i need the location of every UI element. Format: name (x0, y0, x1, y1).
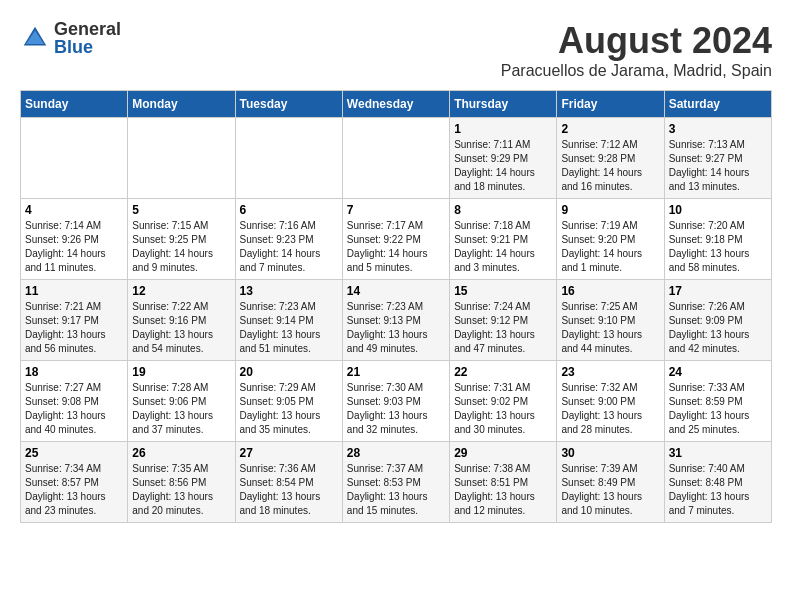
weekday-header-thursday: Thursday (450, 91, 557, 118)
day-number: 18 (25, 365, 123, 379)
day-info: Sunrise: 7:23 AM Sunset: 9:14 PM Dayligh… (240, 300, 338, 356)
calendar-cell: 27Sunrise: 7:36 AM Sunset: 8:54 PM Dayli… (235, 442, 342, 523)
day-number: 11 (25, 284, 123, 298)
calendar-cell: 3Sunrise: 7:13 AM Sunset: 9:27 PM Daylig… (664, 118, 771, 199)
day-number: 9 (561, 203, 659, 217)
day-number: 5 (132, 203, 230, 217)
calendar-cell: 2Sunrise: 7:12 AM Sunset: 9:28 PM Daylig… (557, 118, 664, 199)
title-block: August 2024 Paracuellos de Jarama, Madri… (501, 20, 772, 80)
day-info: Sunrise: 7:37 AM Sunset: 8:53 PM Dayligh… (347, 462, 445, 518)
calendar-cell: 1Sunrise: 7:11 AM Sunset: 9:29 PM Daylig… (450, 118, 557, 199)
calendar-cell (342, 118, 449, 199)
day-number: 28 (347, 446, 445, 460)
day-info: Sunrise: 7:26 AM Sunset: 9:09 PM Dayligh… (669, 300, 767, 356)
day-info: Sunrise: 7:18 AM Sunset: 9:21 PM Dayligh… (454, 219, 552, 275)
page-header: General Blue August 2024 Paracuellos de … (20, 20, 772, 80)
day-number: 22 (454, 365, 552, 379)
day-number: 24 (669, 365, 767, 379)
calendar-cell: 6Sunrise: 7:16 AM Sunset: 9:23 PM Daylig… (235, 199, 342, 280)
calendar-cell: 22Sunrise: 7:31 AM Sunset: 9:02 PM Dayli… (450, 361, 557, 442)
calendar-cell: 11Sunrise: 7:21 AM Sunset: 9:17 PM Dayli… (21, 280, 128, 361)
calendar-cell: 20Sunrise: 7:29 AM Sunset: 9:05 PM Dayli… (235, 361, 342, 442)
calendar-cell: 17Sunrise: 7:26 AM Sunset: 9:09 PM Dayli… (664, 280, 771, 361)
day-info: Sunrise: 7:17 AM Sunset: 9:22 PM Dayligh… (347, 219, 445, 275)
day-info: Sunrise: 7:13 AM Sunset: 9:27 PM Dayligh… (669, 138, 767, 194)
calendar-cell: 29Sunrise: 7:38 AM Sunset: 8:51 PM Dayli… (450, 442, 557, 523)
day-info: Sunrise: 7:29 AM Sunset: 9:05 PM Dayligh… (240, 381, 338, 437)
logo-text: General Blue (54, 20, 121, 56)
day-number: 19 (132, 365, 230, 379)
weekday-header-row: SundayMondayTuesdayWednesdayThursdayFrid… (21, 91, 772, 118)
day-number: 14 (347, 284, 445, 298)
day-number: 21 (347, 365, 445, 379)
day-info: Sunrise: 7:25 AM Sunset: 9:10 PM Dayligh… (561, 300, 659, 356)
day-info: Sunrise: 7:30 AM Sunset: 9:03 PM Dayligh… (347, 381, 445, 437)
day-info: Sunrise: 7:21 AM Sunset: 9:17 PM Dayligh… (25, 300, 123, 356)
day-info: Sunrise: 7:19 AM Sunset: 9:20 PM Dayligh… (561, 219, 659, 275)
day-info: Sunrise: 7:39 AM Sunset: 8:49 PM Dayligh… (561, 462, 659, 518)
calendar-cell: 4Sunrise: 7:14 AM Sunset: 9:26 PM Daylig… (21, 199, 128, 280)
calendar-title: August 2024 (501, 20, 772, 62)
weekday-header-monday: Monday (128, 91, 235, 118)
day-number: 4 (25, 203, 123, 217)
day-number: 25 (25, 446, 123, 460)
day-info: Sunrise: 7:22 AM Sunset: 9:16 PM Dayligh… (132, 300, 230, 356)
day-number: 17 (669, 284, 767, 298)
logo-icon (20, 23, 50, 53)
calendar-subtitle: Paracuellos de Jarama, Madrid, Spain (501, 62, 772, 80)
day-number: 30 (561, 446, 659, 460)
day-info: Sunrise: 7:38 AM Sunset: 8:51 PM Dayligh… (454, 462, 552, 518)
weekday-header-friday: Friday (557, 91, 664, 118)
calendar-cell: 16Sunrise: 7:25 AM Sunset: 9:10 PM Dayli… (557, 280, 664, 361)
calendar-cell: 31Sunrise: 7:40 AM Sunset: 8:48 PM Dayli… (664, 442, 771, 523)
calendar-week-4: 18Sunrise: 7:27 AM Sunset: 9:08 PM Dayli… (21, 361, 772, 442)
calendar-cell: 30Sunrise: 7:39 AM Sunset: 8:49 PM Dayli… (557, 442, 664, 523)
calendar-cell: 25Sunrise: 7:34 AM Sunset: 8:57 PM Dayli… (21, 442, 128, 523)
day-info: Sunrise: 7:16 AM Sunset: 9:23 PM Dayligh… (240, 219, 338, 275)
day-number: 15 (454, 284, 552, 298)
day-number: 7 (347, 203, 445, 217)
calendar-week-3: 11Sunrise: 7:21 AM Sunset: 9:17 PM Dayli… (21, 280, 772, 361)
calendar-cell: 15Sunrise: 7:24 AM Sunset: 9:12 PM Dayli… (450, 280, 557, 361)
calendar-cell: 19Sunrise: 7:28 AM Sunset: 9:06 PM Dayli… (128, 361, 235, 442)
day-info: Sunrise: 7:27 AM Sunset: 9:08 PM Dayligh… (25, 381, 123, 437)
day-info: Sunrise: 7:14 AM Sunset: 9:26 PM Dayligh… (25, 219, 123, 275)
calendar-cell: 8Sunrise: 7:18 AM Sunset: 9:21 PM Daylig… (450, 199, 557, 280)
day-info: Sunrise: 7:12 AM Sunset: 9:28 PM Dayligh… (561, 138, 659, 194)
day-number: 29 (454, 446, 552, 460)
calendar-cell: 7Sunrise: 7:17 AM Sunset: 9:22 PM Daylig… (342, 199, 449, 280)
day-number: 3 (669, 122, 767, 136)
day-number: 20 (240, 365, 338, 379)
calendar-cell: 21Sunrise: 7:30 AM Sunset: 9:03 PM Dayli… (342, 361, 449, 442)
day-number: 23 (561, 365, 659, 379)
calendar-cell: 9Sunrise: 7:19 AM Sunset: 9:20 PM Daylig… (557, 199, 664, 280)
day-number: 16 (561, 284, 659, 298)
calendar-cell: 24Sunrise: 7:33 AM Sunset: 8:59 PM Dayli… (664, 361, 771, 442)
day-info: Sunrise: 7:36 AM Sunset: 8:54 PM Dayligh… (240, 462, 338, 518)
calendar-cell (21, 118, 128, 199)
day-number: 13 (240, 284, 338, 298)
day-info: Sunrise: 7:35 AM Sunset: 8:56 PM Dayligh… (132, 462, 230, 518)
logo-blue-text: Blue (54, 38, 121, 56)
day-info: Sunrise: 7:20 AM Sunset: 9:18 PM Dayligh… (669, 219, 767, 275)
day-info: Sunrise: 7:28 AM Sunset: 9:06 PM Dayligh… (132, 381, 230, 437)
day-number: 10 (669, 203, 767, 217)
logo-general-text: General (54, 20, 121, 38)
calendar-cell: 12Sunrise: 7:22 AM Sunset: 9:16 PM Dayli… (128, 280, 235, 361)
weekday-header-tuesday: Tuesday (235, 91, 342, 118)
day-info: Sunrise: 7:40 AM Sunset: 8:48 PM Dayligh… (669, 462, 767, 518)
day-number: 6 (240, 203, 338, 217)
calendar-week-2: 4Sunrise: 7:14 AM Sunset: 9:26 PM Daylig… (21, 199, 772, 280)
day-number: 12 (132, 284, 230, 298)
weekday-header-sunday: Sunday (21, 91, 128, 118)
logo: General Blue (20, 20, 121, 56)
day-info: Sunrise: 7:15 AM Sunset: 9:25 PM Dayligh… (132, 219, 230, 275)
day-number: 1 (454, 122, 552, 136)
calendar-cell: 5Sunrise: 7:15 AM Sunset: 9:25 PM Daylig… (128, 199, 235, 280)
day-number: 31 (669, 446, 767, 460)
calendar-cell (235, 118, 342, 199)
calendar-cell (128, 118, 235, 199)
calendar-cell: 10Sunrise: 7:20 AM Sunset: 9:18 PM Dayli… (664, 199, 771, 280)
calendar-table: SundayMondayTuesdayWednesdayThursdayFrid… (20, 90, 772, 523)
day-info: Sunrise: 7:32 AM Sunset: 9:00 PM Dayligh… (561, 381, 659, 437)
